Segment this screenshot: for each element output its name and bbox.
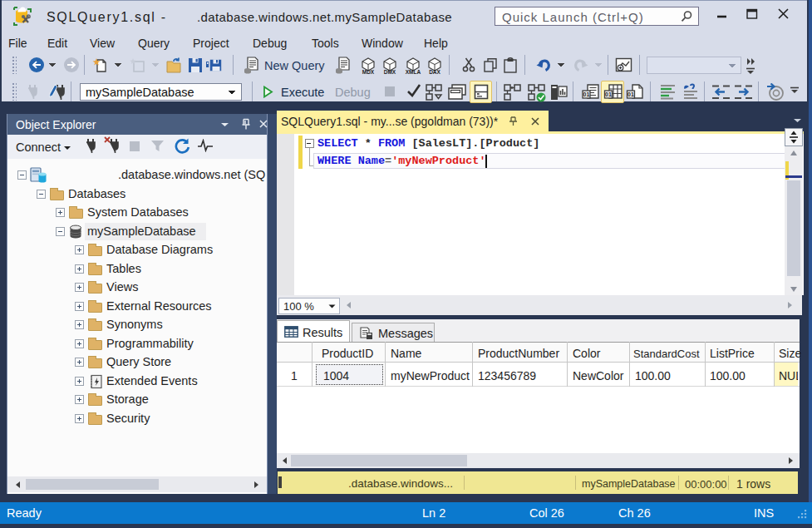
svg-text:MDX: MDX (362, 69, 375, 75)
svg-text:01: 01 (605, 91, 612, 97)
svg-text:DMX: DMX (384, 69, 396, 75)
svg-text:01: 01 (627, 91, 634, 97)
svg-text:01: 01 (583, 91, 590, 97)
svg-text:XMLA: XMLA (406, 69, 421, 75)
svg-text:DAX: DAX (429, 69, 440, 75)
